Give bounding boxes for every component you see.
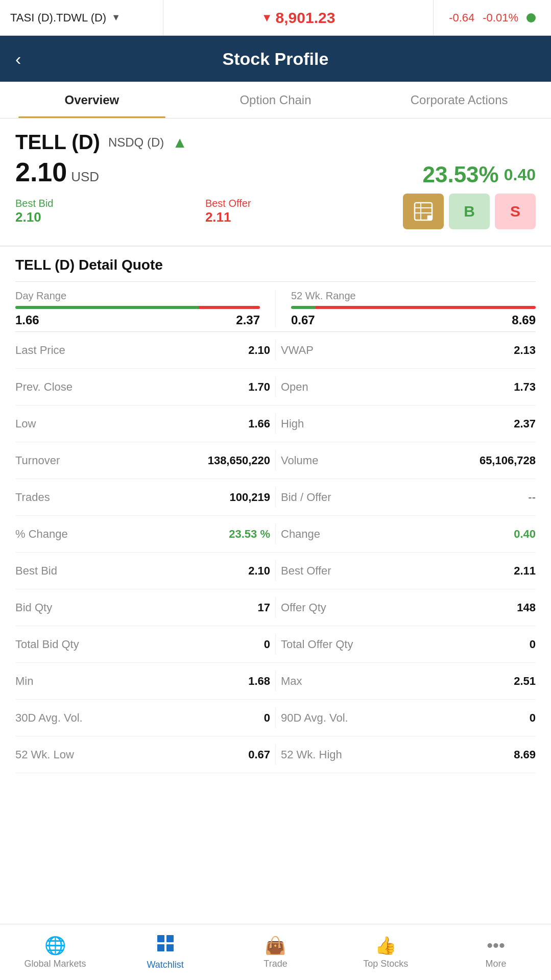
data-cell-left: Bid Qty17 (15, 601, 275, 614)
index-change-pct: -0.01% (483, 11, 518, 25)
index-change: -0.64 (449, 11, 474, 25)
sell-button[interactable]: S (495, 194, 536, 229)
dropdown-icon[interactable]: ▼ (111, 12, 121, 23)
data-cell-right: Total Offer Qty0 (276, 638, 536, 651)
nav-more[interactable]: ••• More (441, 924, 551, 980)
cell-label: Trades (15, 491, 50, 504)
data-cell-right: Change0.40 (276, 528, 536, 541)
day-range-label: Day Range (15, 290, 260, 302)
week52-range-bar (291, 306, 536, 309)
cell-label: Max (281, 675, 302, 688)
cell-label: 52 Wk. Low (15, 748, 74, 761)
cell-label: Volume (281, 454, 318, 467)
nav-watchlist[interactable]: Watchlist (110, 924, 221, 980)
cell-label: 90D Avg. Vol. (281, 711, 348, 725)
ticker-section[interactable]: TASI (D).TDWL (D) ▼ (0, 0, 163, 35)
cell-label: Prev. Close (15, 380, 73, 394)
svg-rect-6 (157, 935, 164, 942)
nav-top-stocks[interactable]: 👍 Top Stocks (330, 924, 441, 980)
tab-option-chain[interactable]: Option Chain (184, 82, 368, 118)
best-bid-label: Best Bid (15, 198, 53, 209)
svg-rect-9 (166, 944, 174, 951)
best-offer-label: Best Offer (205, 198, 251, 209)
data-cell-right: Offer Qty148 (276, 601, 536, 614)
table-row: 52 Wk. Low0.6752 Wk. High8.69 (15, 736, 536, 773)
svg-rect-7 (166, 935, 174, 942)
data-cell-right: Volume65,106,728 (276, 454, 536, 467)
price-up-arrow-icon: ▲ (172, 134, 187, 151)
cell-value: 2.10 (248, 564, 270, 578)
cell-label: Bid / Offer (281, 491, 331, 504)
currency-label: USD (71, 169, 99, 185)
status-dot (526, 13, 536, 22)
data-cell-left: Best Bid2.10 (15, 564, 275, 578)
data-cell-right: Bid / Offer-- (276, 491, 536, 504)
main-index-price: 8,901.23 (276, 9, 336, 27)
cell-value: 65,106,728 (480, 454, 536, 467)
cell-value: 2.11 (514, 564, 536, 578)
action-buttons: B S (403, 194, 536, 229)
price-down-arrow-icon: ▼ (261, 11, 273, 25)
data-cell-left: Trades100,219 (15, 491, 275, 504)
nav-global-markets[interactable]: 🌐 Global Markets (0, 924, 110, 980)
cell-value: 1.73 (514, 380, 536, 394)
table-row: Best Bid2.10Best Offer2.11 (15, 553, 536, 589)
table-row: Low1.66High2.37 (15, 405, 536, 442)
cell-label: Open (281, 380, 308, 394)
data-cell-right: Max2.51 (276, 675, 536, 688)
best-bid-value: 2.10 (15, 209, 53, 225)
table-row: Prev. Close1.70Open1.73 (15, 369, 536, 405)
table-row: % Change23.53 %Change0.40 (15, 516, 536, 553)
range-section: Day Range 1.66 2.37 52 Wk. Range 0.67 8.… (15, 282, 536, 331)
data-cell-left: Last Price2.10 (15, 344, 275, 357)
cell-label: Min (15, 675, 33, 688)
svg-rect-8 (157, 944, 164, 951)
buy-button[interactable]: B (449, 194, 490, 229)
cell-label: Change (281, 528, 320, 541)
data-cell-left: Total Bid Qty0 (15, 638, 275, 651)
stock-price: 2.10 (15, 157, 67, 187)
nav-trade[interactable]: 👜 Trade (221, 924, 331, 980)
day-range-high: 2.37 (236, 313, 260, 327)
cell-label: Bid Qty (15, 601, 52, 614)
best-bid-section: Best Bid 2.10 (15, 198, 53, 225)
best-offer-section: Best Offer 2.11 (205, 198, 251, 225)
top-stocks-icon: 👍 (375, 935, 396, 955)
table-row: Turnover138,650,220Volume65,106,728 (15, 442, 536, 479)
table-row: 30D Avg. Vol.090D Avg. Vol.0 (15, 700, 536, 736)
cell-label: VWAP (281, 344, 314, 357)
trade-icon: 👜 (265, 935, 286, 955)
data-cell-right: VWAP2.13 (276, 344, 536, 357)
cell-label: Turnover (15, 454, 60, 467)
header: ‹ Stock Profile (0, 36, 551, 82)
data-grid: Last Price2.10VWAP2.13Prev. Close1.70Ope… (15, 332, 536, 773)
data-cell-right: Best Offer2.11 (276, 564, 536, 578)
week52-range-high: 8.69 (512, 313, 536, 327)
day-range-block: Day Range 1.66 2.37 (15, 290, 265, 327)
cell-value: 0 (530, 638, 536, 651)
cell-value: 8.69 (514, 748, 536, 761)
cell-value: 2.10 (248, 344, 270, 357)
data-cell-right: Open1.73 (276, 380, 536, 394)
change-section: -0.64 -0.01% (434, 11, 551, 25)
week52-range-label: 52 Wk. Range (291, 290, 536, 302)
tab-corporate-actions[interactable]: Corporate Actions (367, 82, 551, 118)
table-row: Trades100,219Bid / Offer-- (15, 479, 536, 516)
back-button[interactable]: ‹ (15, 49, 21, 69)
stock-pct-change: 23.53% (422, 162, 498, 187)
cell-value: 0.40 (514, 528, 536, 541)
data-cell-left: Low1.66 (15, 417, 275, 431)
cell-label: 52 Wk. High (281, 748, 342, 761)
page-title: Stock Profile (223, 49, 329, 69)
stock-info: TELL (D) NSDQ (D) ▲ 2.10 USD 23.53% 0.40… (0, 118, 551, 246)
cell-value: 23.53 % (229, 528, 270, 541)
data-cell-left: % Change23.53 % (15, 528, 275, 541)
globe-icon: 🌐 (44, 935, 66, 955)
cell-label: Total Offer Qty (281, 638, 353, 651)
cell-value: 0 (264, 638, 270, 651)
cell-value: 17 (258, 601, 270, 614)
tab-overview[interactable]: Overview (0, 82, 184, 118)
cell-value: 2.51 (514, 675, 536, 688)
table-view-button[interactable] (403, 194, 444, 229)
stock-abs-change: 0.40 (504, 165, 536, 184)
